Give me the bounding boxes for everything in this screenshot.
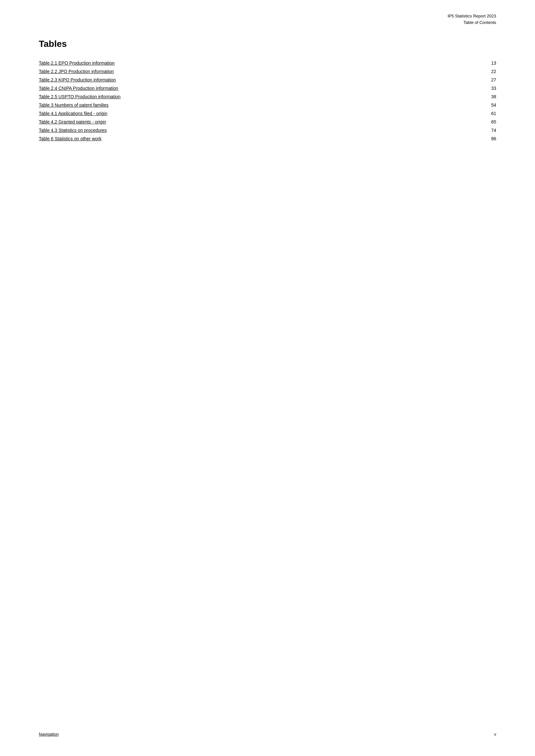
page-number: v: [494, 732, 496, 737]
toc-entry-link[interactable]: Table 3 Numbers of patent families: [39, 102, 109, 108]
toc-table: Table 2.1 EPO Production information13Ta…: [39, 59, 496, 143]
toc-entry-link[interactable]: Table 2.2 JPO Production information: [39, 69, 114, 74]
toc-entry-page: 38: [451, 93, 496, 101]
table-row: Table 2.1 EPO Production information13: [39, 59, 496, 67]
toc-entry-link[interactable]: Table 6 Statistics on other work: [39, 136, 101, 141]
table-row: Table 6 Statistics on other work86: [39, 134, 496, 143]
table-row: Table 3 Numbers of patent families54: [39, 101, 496, 109]
toc-entry-link[interactable]: Table 2.4 CNIPA Production information: [39, 86, 118, 91]
page-header: IP5 Statistics Report 2023 Table of Cont…: [448, 13, 496, 26]
toc-entry-page: 22: [451, 67, 496, 76]
toc-entry-page: 33: [451, 84, 496, 93]
section-title: Tables: [39, 39, 496, 49]
toc-entry-link[interactable]: Table 2.5 USPTO Production information: [39, 94, 121, 99]
toc-entry-page: 54: [451, 101, 496, 109]
toc-entry-link[interactable]: Table 4.3 Statistics on procedures: [39, 128, 107, 133]
page-footer: Navigation v: [39, 732, 496, 737]
table-row: Table 2.2 JPO Production information22: [39, 67, 496, 76]
table-row: Table 4.3 Statistics on procedures74: [39, 126, 496, 134]
toc-entry-page: 61: [451, 109, 496, 118]
table-row: Table 4.1 Applications filed - origin61: [39, 109, 496, 118]
toc-entry-page: 74: [451, 126, 496, 134]
header-line2: Table of Contents: [448, 19, 496, 26]
header-line1: IP5 Statistics Report 2023: [448, 13, 496, 19]
toc-entry-page: 86: [451, 134, 496, 143]
table-row: Table 4.2 Granted patents - origin65: [39, 118, 496, 126]
toc-entry-link[interactable]: Table 2.3 KIPO Production information: [39, 77, 116, 82]
table-row: Table 2.4 CNIPA Production information33: [39, 84, 496, 93]
table-row: Table 2.3 KIPO Production information27: [39, 76, 496, 84]
toc-entry-link[interactable]: Table 4.2 Granted patents - origin: [39, 119, 106, 124]
table-row: Table 2.5 USPTO Production information38: [39, 93, 496, 101]
page: IP5 Statistics Report 2023 Table of Cont…: [0, 0, 535, 756]
toc-entry-page: 27: [451, 76, 496, 84]
navigation-link[interactable]: Navigation: [39, 732, 59, 737]
toc-entry-page: 65: [451, 118, 496, 126]
toc-entry-link[interactable]: Table 2.1 EPO Production information: [39, 61, 115, 66]
toc-entry-page: 13: [451, 59, 496, 67]
toc-entry-link[interactable]: Table 4.1 Applications filed - origin: [39, 111, 107, 116]
